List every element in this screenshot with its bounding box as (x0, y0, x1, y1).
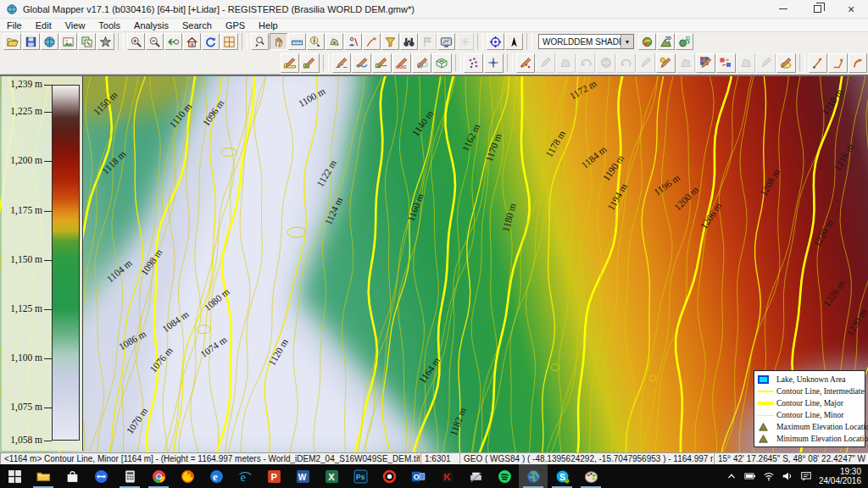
redraw-button[interactable] (202, 33, 220, 50)
taskbar-chrome-icon[interactable] (144, 464, 173, 488)
create-coord-feature-button[interactable]: COG (392, 53, 412, 73)
map-view[interactable]: 1150 m1110 m1096 m1100 m1118 m1122 m1124… (0, 75, 868, 452)
configuration-button[interactable] (97, 33, 114, 50)
paste-attributes-button[interactable] (716, 53, 736, 73)
trace-area-button[interactable] (776, 53, 796, 73)
path-profile-button[interactable] (344, 33, 362, 50)
tray-battery-icon[interactable] (741, 464, 760, 488)
create-grid-button[interactable] (432, 53, 452, 73)
rotate-feature-button[interactable] (576, 53, 596, 73)
zoom-in-button[interactable] (127, 33, 145, 50)
svg-text:O: O (413, 473, 419, 481)
create-rect-line-button[interactable] (372, 53, 392, 73)
create-line-button[interactable] (332, 53, 352, 73)
shader-options-button[interactable]: 3D (676, 33, 693, 50)
view-3d-button[interactable] (437, 33, 455, 50)
menu-item-search[interactable]: Search (175, 19, 219, 31)
combine-features-button[interactable] (737, 53, 756, 73)
taskbar-global-mapper-icon[interactable] (519, 464, 548, 488)
insert-vertex-button[interactable] (809, 53, 828, 73)
create-point-at-coord-button[interactable] (484, 53, 504, 73)
split-features-button[interactable] (756, 53, 776, 73)
filter-button[interactable] (381, 33, 399, 50)
taskbar-file-explorer-icon[interactable] (29, 464, 58, 488)
tray-volume-icon[interactable] (778, 464, 797, 488)
gps-tracking-button[interactable] (487, 33, 504, 50)
taskbar-calculator-icon[interactable] (115, 464, 144, 488)
taskbar-powerpoint-icon[interactable]: P (259, 464, 288, 488)
taskbar-outlook-icon[interactable]: O (403, 464, 432, 488)
shader-dropdown[interactable]: WORLDDEM SHADER▼ (538, 34, 634, 49)
create-rect-area-button[interactable] (300, 53, 320, 73)
undo-digitize-button[interactable] (849, 53, 868, 73)
sketch-tool-button[interactable] (363, 33, 381, 50)
menu-item-help[interactable]: Help (252, 19, 285, 31)
attribute-edit-button[interactable] (637, 53, 656, 73)
restore-button[interactable] (800, 0, 834, 19)
taskbar-excel-icon[interactable]: X (317, 464, 346, 488)
flag-tool-button[interactable] (419, 33, 437, 50)
taskbar-skype-icon[interactable]: S (548, 464, 576, 488)
taskbar-clock[interactable]: 19:30 24/04/2016 (815, 467, 868, 485)
full-view-button[interactable] (183, 33, 201, 50)
create-points-button[interactable] (464, 53, 483, 73)
svg-text:W: W (298, 472, 306, 481)
zoom-previous-button[interactable] (164, 33, 182, 50)
menu-item-edit[interactable]: Edit (29, 19, 58, 31)
pan-tool-button[interactable] (270, 33, 287, 50)
taskbar-windows-store-icon[interactable] (58, 464, 86, 488)
lidar-toolbar-button[interactable] (456, 33, 474, 50)
snapping-toggle-button[interactable] (656, 53, 676, 73)
tray-wifi-icon[interactable] (760, 464, 778, 488)
taskbar-spotify-icon[interactable] (490, 464, 519, 488)
edit-globe-button[interactable] (596, 53, 615, 73)
edit-feature-button[interactable] (536, 53, 555, 73)
taskbar-kaspersky-icon[interactable]: K (432, 464, 461, 488)
area-tool-button[interactable] (326, 33, 343, 50)
create-range-rings-button[interactable] (412, 53, 431, 73)
menu-item-tools[interactable]: Tools (92, 19, 127, 31)
taskbar-photoshop-icon[interactable]: Ps (346, 464, 375, 488)
download-online-data-button[interactable] (41, 33, 58, 50)
taskbar-internet-explorer-icon[interactable]: e (231, 464, 259, 488)
north-arrow-button[interactable] (505, 33, 523, 50)
undo-edit-button[interactable] (616, 53, 636, 73)
taskbar-word-icon[interactable]: W (288, 464, 317, 488)
feature-info-tool-button[interactable] (307, 33, 325, 50)
taskbar-paint-icon[interactable] (576, 464, 605, 488)
menu-item-file[interactable]: File (0, 19, 29, 31)
taskbar-teamviewer-icon[interactable] (86, 464, 115, 488)
custom-shader-button[interactable] (638, 33, 656, 50)
zoom-out-button[interactable] (146, 33, 164, 50)
select-features-button[interactable] (676, 53, 696, 73)
menu-item-view[interactable]: View (58, 19, 92, 31)
extend-line-button[interactable] (828, 53, 848, 73)
search-button[interactable] (400, 33, 418, 50)
open-file-button[interactable] (3, 33, 21, 50)
contour-map[interactable]: 1150 m1110 m1096 m1100 m1118 m1122 m1124… (0, 76, 868, 452)
map-layout-button[interactable] (220, 33, 238, 50)
zoom-tool-button[interactable] (251, 33, 269, 50)
create-area-button[interactable] (281, 53, 300, 73)
tray-action-center-icon[interactable] (797, 464, 815, 488)
create-stream-button[interactable] (352, 53, 371, 73)
menu-item-gps[interactable]: GPS (219, 19, 252, 31)
export-raster-button[interactable] (59, 33, 77, 50)
move-feature-button[interactable] (556, 53, 576, 73)
taskbar-edge-icon[interactable]: e (202, 464, 231, 488)
tray-chevron-icon[interactable] (722, 464, 741, 488)
taskbar-fax-printer-icon[interactable] (461, 464, 490, 488)
elevation-scale-tick (44, 161, 52, 162)
shader-3d-button[interactable]: 3D (657, 33, 675, 50)
taskbar-opera-icon[interactable] (375, 464, 403, 488)
overlay-control-button[interactable] (78, 33, 96, 50)
close-button[interactable]: × (834, 0, 868, 19)
menu-item-analysis[interactable]: Analysis (127, 19, 175, 31)
measure-tool-button[interactable] (288, 33, 306, 50)
edit-vertices-button[interactable] (516, 53, 536, 73)
copy-attributes-button[interactable] (696, 53, 715, 73)
save-button[interactable] (22, 33, 40, 50)
taskbar-firefox-icon[interactable] (173, 464, 202, 488)
taskbar-start-button[interactable] (0, 464, 29, 488)
minimize-button[interactable] (766, 0, 800, 19)
